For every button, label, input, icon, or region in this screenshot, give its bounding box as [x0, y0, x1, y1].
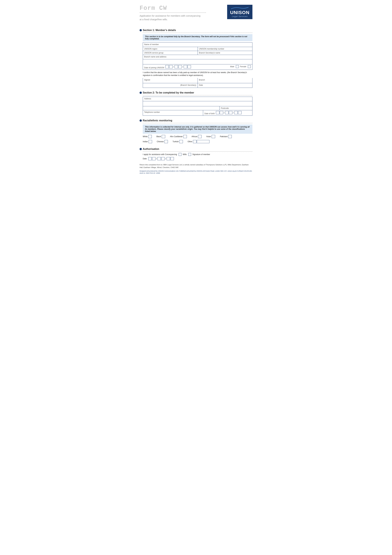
- monitor-indian-box[interactable]: [149, 140, 152, 143]
- section2-dot: [140, 92, 142, 94]
- monitor-turkish-label: Turkish: [173, 140, 179, 143]
- date-box-m2[interactable]: [178, 65, 182, 68]
- wills-label: Wills: [183, 153, 187, 155]
- racial-block: This information is collected for intern…: [143, 124, 252, 144]
- auth-date-row: Date / /: [143, 157, 252, 160]
- monitor-black-box[interactable]: [162, 135, 165, 138]
- footer-return: Return this completed form to: BBH Legal…: [140, 163, 252, 169]
- monitor-indian-label: Indian: [143, 140, 148, 143]
- auth-block: I apply for assistance with Conveyancing…: [143, 153, 252, 160]
- date-box-d2[interactable]: [169, 65, 173, 68]
- dob-y1[interactable]: [234, 111, 238, 114]
- section1-header-row: Section 1: Member's details: [140, 29, 252, 32]
- dob-y2[interactable]: [238, 111, 242, 114]
- auth-y1[interactable]: [167, 157, 170, 160]
- racial-header-row: Racial/ethnic monitoring: [140, 119, 252, 122]
- monitor-chinese-box[interactable]: [164, 140, 168, 143]
- dob-cell: Date of birth / /: [203, 110, 252, 116]
- monitor-white-label: White: [143, 135, 148, 138]
- date-box-y1[interactable]: [184, 65, 187, 68]
- dob-d2[interactable]: [220, 111, 223, 114]
- auth-d2[interactable]: [152, 157, 156, 160]
- signed-branch-row: Signed Branch: [143, 78, 252, 83]
- unison-service-group-cell: UNISON service group: [143, 51, 198, 55]
- monitor-pakistani-box[interactable]: [228, 135, 232, 138]
- telephone-cell: Telephone number: [143, 110, 203, 116]
- monitor-chinese: Chinese: [157, 140, 168, 143]
- header-left: Form CW Application for assistance for m…: [140, 5, 206, 26]
- auth-title: Authorisation: [143, 148, 159, 150]
- monitor-white-box[interactable]: [148, 135, 152, 138]
- date-joining-cell: Date of joining UNISON / / Male Female: [143, 64, 252, 70]
- section2-title: Section 2: To be completed by the member: [143, 91, 194, 94]
- dob-boxes: / /: [216, 111, 242, 114]
- footer-small: Designed and produced by UNISON Communic…: [140, 170, 252, 174]
- dob-m2[interactable]: [229, 111, 232, 114]
- auth-date-boxes: / /: [148, 157, 174, 160]
- branch-secretarys-name-cell: Branch Secretary's name: [198, 51, 252, 55]
- address-cell: Address: [143, 97, 252, 101]
- date-box-m1[interactable]: [174, 65, 178, 68]
- branch-name-address-extra-cell: [143, 59, 252, 64]
- name-of-member-cell: Name of member: [143, 43, 252, 47]
- monitor-turkish: Turkish: [173, 140, 183, 143]
- signed-cell: Signed: [143, 78, 198, 83]
- subtitle: Application for assistance for members w…: [140, 14, 206, 21]
- postcode-table: Postcode: [143, 106, 252, 110]
- monitor-turkish-box[interactable]: [179, 140, 183, 143]
- monitor-afro-caribbean-box[interactable]: [183, 135, 187, 138]
- date-joining-label: Date of joining UNISON: [144, 67, 164, 69]
- racial-row2: Indian Chinese Turkish Other: [143, 140, 252, 144]
- male-checkbox[interactable]: [236, 65, 239, 68]
- date-box-y2[interactable]: [187, 65, 191, 68]
- auth-date-label: Date: [143, 158, 147, 160]
- wills-checkbox[interactable]: [188, 153, 191, 156]
- monitor-black-label: Black: [157, 135, 161, 138]
- unison-logo: UNISON Legal Services: [227, 5, 252, 19]
- monitor-asian-box[interactable]: [212, 135, 215, 138]
- auth-d1[interactable]: [148, 157, 152, 160]
- date-box-d1[interactable]: [165, 65, 169, 68]
- monitor-black: Black: [157, 135, 165, 138]
- address-line2-cell: [143, 101, 252, 106]
- monitor-afro-caribbean-label: Afro Caribbean: [170, 135, 183, 138]
- section1-info: This section is to be completed fully by…: [143, 34, 252, 41]
- monitor-chinese-label: Chinese: [157, 140, 164, 143]
- section2-header-row: Section 2: To be completed by the member: [140, 91, 252, 94]
- monitor-other-box[interactable]: [193, 140, 196, 143]
- monitor-pakistani-label: Pakistani: [220, 135, 228, 138]
- auth-m1[interactable]: [157, 157, 161, 160]
- conveyancing-checkbox[interactable]: [179, 153, 181, 156]
- female-checkbox[interactable]: [248, 65, 251, 68]
- section1-dot: [140, 29, 142, 31]
- monitor-african-label: African: [192, 135, 197, 138]
- signature-label: Signature of member: [192, 153, 210, 155]
- monitor-other-text-box[interactable]: [197, 140, 209, 143]
- confirm-text: I confirm that the above named has been …: [143, 70, 252, 78]
- date-joining-boxes: / /: [165, 65, 191, 68]
- female-label: Female: [240, 66, 246, 68]
- monitor-african-box[interactable]: [198, 135, 201, 138]
- monitor-pakistani: Pakistani: [220, 135, 232, 138]
- section2-block: Address Postcode Telephone number Date o…: [143, 97, 252, 116]
- branch-sec-date-row: (Branch Secretary) Date: [143, 83, 252, 88]
- dob-label: Date of birth: [204, 112, 215, 115]
- branch-name-and-address-cell: Branch name and address: [143, 55, 252, 59]
- dob-d1[interactable]: [216, 111, 219, 114]
- date-cell: Date: [198, 83, 252, 88]
- apply-label: I apply for assistance with Conveyancing: [143, 153, 177, 155]
- dob-m1[interactable]: [225, 111, 228, 114]
- unison-region-cell: UNISON region: [143, 47, 198, 51]
- monitor-white: White: [143, 135, 152, 138]
- section1-block: This section is to be completed fully by…: [143, 34, 252, 88]
- auth-y2[interactable]: [170, 157, 174, 160]
- monitor-african: African: [192, 135, 201, 138]
- date-joining-row: Date of joining UNISON / / Male Female: [143, 64, 252, 70]
- racial-row1: White Black Afro Caribbean African Asian…: [143, 135, 252, 139]
- monitor-other-label: Other: [188, 140, 192, 143]
- auth-m2[interactable]: [161, 157, 165, 160]
- unison-logo-sub: Legal Services: [232, 15, 248, 18]
- unison-swoosh-icon: [230, 7, 249, 9]
- male-label: Male: [230, 66, 234, 68]
- branch-cell: Branch: [198, 78, 252, 83]
